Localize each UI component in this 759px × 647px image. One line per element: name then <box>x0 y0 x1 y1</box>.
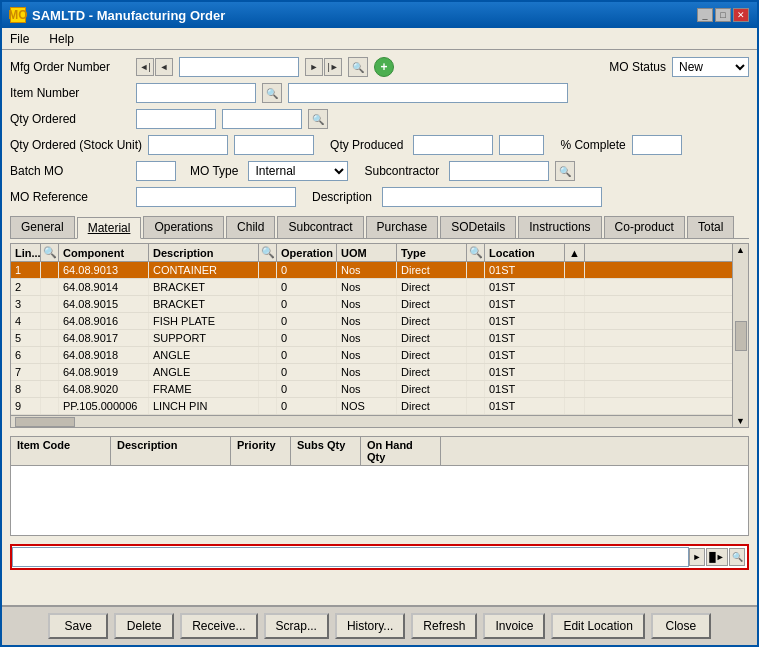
close-window-button[interactable]: ✕ <box>733 8 749 22</box>
receive-button[interactable]: Receive... <box>180 613 257 639</box>
table-row[interactable]: 4 64.08.9016 FISH PLATE 0 Nos Direct 01S… <box>11 313 732 330</box>
mfg-order-label: Mfg Order Number <box>10 60 130 74</box>
search-box-area: ► █► 🔍 <box>10 544 749 570</box>
qty-stock-row: Qty Ordered (Stock Unit) 3.0000 NOS Qty … <box>10 134 749 156</box>
sub-col-description: Description <box>111 437 231 465</box>
refresh-button[interactable]: Refresh <box>411 613 477 639</box>
table-body: 1 64.08.9013 CONTAINER 0 Nos Direct 01ST… <box>11 262 732 415</box>
scrap-button[interactable]: Scrap... <box>264 613 329 639</box>
table-row[interactable]: 9 PP.105.000006 LINCH PIN 0 NOS Direct 0… <box>11 398 732 415</box>
minimize-button[interactable]: _ <box>697 8 713 22</box>
table-row[interactable]: 7 64.08.9019 ANGLE 0 Nos Direct 01ST <box>11 364 732 381</box>
tab-subcontract[interactable]: Subcontract <box>277 216 363 238</box>
table-row[interactable]: 1 64.08.9013 CONTAINER 0 Nos Direct 01ST <box>11 262 732 279</box>
table-row[interactable]: 6 64.08.9018 ANGLE 0 Nos Direct 01ST <box>11 347 732 364</box>
search-input[interactable] <box>12 547 689 567</box>
tab-material[interactable]: Material <box>77 217 142 239</box>
close-button[interactable]: Close <box>651 613 711 639</box>
subcontractor-input[interactable] <box>449 161 549 181</box>
qty-ordered-input[interactable]: 3.0000 <box>136 109 216 129</box>
tab-instructions[interactable]: Instructions <box>518 216 601 238</box>
col-header-line: Lin... <box>11 244 41 261</box>
mfg-nav-group-right: ► |► <box>305 58 342 76</box>
mfg-order-input[interactable]: MO00000001 <box>179 57 299 77</box>
history-button[interactable]: History... <box>335 613 405 639</box>
item-desc-input[interactable]: CHAIN CONTAINER <box>288 83 568 103</box>
qty-ordered-unit-input[interactable]: NOS <box>222 109 302 129</box>
qty-search-button[interactable]: 🔍 <box>308 109 328 129</box>
edit-location-button[interactable]: Edit Location <box>551 613 644 639</box>
mo-status-label: MO Status New Open Closed Released <box>609 57 749 77</box>
mo-reference-row: MO Reference Description <box>10 186 749 208</box>
qty-ordered-row: Qty Ordered 3.0000 NOS 🔍 <box>10 108 749 130</box>
batch-mo-row: Batch MO No MO Type Internal External Su… <box>10 160 749 182</box>
mfg-search-button[interactable]: 🔍 <box>348 57 368 77</box>
maximize-button[interactable]: □ <box>715 8 731 22</box>
qty-produced-input[interactable]: 0.0000 <box>413 135 493 155</box>
search-nav-next-button[interactable]: ► <box>689 548 705 566</box>
pct-complete-label: % Complete <box>560 138 625 152</box>
col-header-uom: UOM <box>337 244 397 261</box>
menu-file[interactable]: File <box>6 31 33 47</box>
delete-button[interactable]: Delete <box>114 613 174 639</box>
sub-col-priority: Priority <box>231 437 291 465</box>
sub-table-container: Item Code Description Priority Subs Qty … <box>10 436 749 536</box>
sub-table-header: Item Code Description Priority Subs Qty … <box>11 437 748 466</box>
mfg-first-button[interactable]: ◄| <box>136 58 154 76</box>
app-icon: MO <box>10 7 26 23</box>
tab-general[interactable]: General <box>10 216 75 238</box>
table-scrollbar-v[interactable]: ▲ ▼ <box>732 244 748 427</box>
col-header-extra: ▲ <box>565 244 585 261</box>
col-header-operation: Operation <box>277 244 337 261</box>
tab-sodetails[interactable]: SODetails <box>440 216 516 238</box>
col-header-comp-search[interactable]: 🔍 <box>41 244 59 261</box>
sub-col-item-code: Item Code <box>11 437 111 465</box>
tab-total[interactable]: Total <box>687 216 734 238</box>
tab-child[interactable]: Child <box>226 216 275 238</box>
subcontractor-label: Subcontractor <box>364 164 439 178</box>
col-header-desc-search[interactable]: 🔍 <box>259 244 277 261</box>
col-header-description: Description <box>149 244 259 261</box>
qty-stock-input[interactable]: 3.0000 <box>148 135 228 155</box>
item-number-input[interactable]: 64.08.9000.06 <box>136 83 256 103</box>
tab-operations[interactable]: Operations <box>143 216 224 238</box>
item-number-label: Item Number <box>10 86 130 100</box>
description-label: Description <box>312 190 372 204</box>
save-button[interactable]: Save <box>48 613 108 639</box>
invoice-button[interactable]: Invoice <box>483 613 545 639</box>
col-header-type-search[interactable]: 🔍 <box>467 244 485 261</box>
qty-produced-unit-input[interactable]: NOS <box>499 135 544 155</box>
mo-status-select[interactable]: New Open Closed Released <box>672 57 749 77</box>
batch-mo-input[interactable]: No <box>136 161 176 181</box>
button-bar: Save Delete Receive... Scrap... History.… <box>2 605 757 645</box>
qty-stock-unit-input[interactable]: NOS <box>234 135 314 155</box>
sub-col-on-hand: On Hand Qty <box>361 437 441 465</box>
search-nav-search-button[interactable]: 🔍 <box>729 548 745 566</box>
mfg-order-row: Mfg Order Number ◄| ◄ MO00000001 ► |► 🔍 … <box>10 56 749 78</box>
pct-complete-input[interactable]: 0.00 <box>632 135 682 155</box>
search-nav-last-button[interactable]: █► <box>706 548 728 566</box>
table-row[interactable]: 3 64.08.9015 BRACKET 0 Nos Direct 01ST <box>11 296 732 313</box>
description-input[interactable] <box>382 187 602 207</box>
item-search-button[interactable]: 🔍 <box>262 83 282 103</box>
mfg-prev-button[interactable]: ◄ <box>155 58 173 76</box>
table-row[interactable]: 2 64.08.9014 BRACKET 0 Nos Direct 01ST <box>11 279 732 296</box>
batch-mo-label: Batch MO <box>10 164 130 178</box>
menu-bar: File Help <box>2 28 757 50</box>
mfg-last-button[interactable]: |► <box>324 58 342 76</box>
mo-reference-label: MO Reference <box>10 190 130 204</box>
item-number-row: Item Number 64.08.9000.06 🔍 CHAIN CONTAI… <box>10 82 749 104</box>
sub-col-subs-qty: Subs Qty <box>291 437 361 465</box>
table-row[interactable]: 5 64.08.9017 SUPPORT 0 Nos Direct 01ST <box>11 330 732 347</box>
subcontractor-search-button[interactable]: 🔍 <box>555 161 575 181</box>
mo-reference-input[interactable] <box>136 187 296 207</box>
table-row[interactable]: 8 64.08.9020 FRAME 0 Nos Direct 01ST <box>11 381 732 398</box>
tab-purchase[interactable]: Purchase <box>366 216 439 238</box>
tab-coproduct[interactable]: Co-product <box>604 216 685 238</box>
search-nav: ► █► 🔍 <box>689 548 747 566</box>
table-scrollbar-h[interactable] <box>11 415 732 427</box>
menu-help[interactable]: Help <box>45 31 78 47</box>
mfg-next-button[interactable]: ► <box>305 58 323 76</box>
mfg-add-button[interactable]: + <box>374 57 394 77</box>
mo-type-select[interactable]: Internal External <box>248 161 348 181</box>
